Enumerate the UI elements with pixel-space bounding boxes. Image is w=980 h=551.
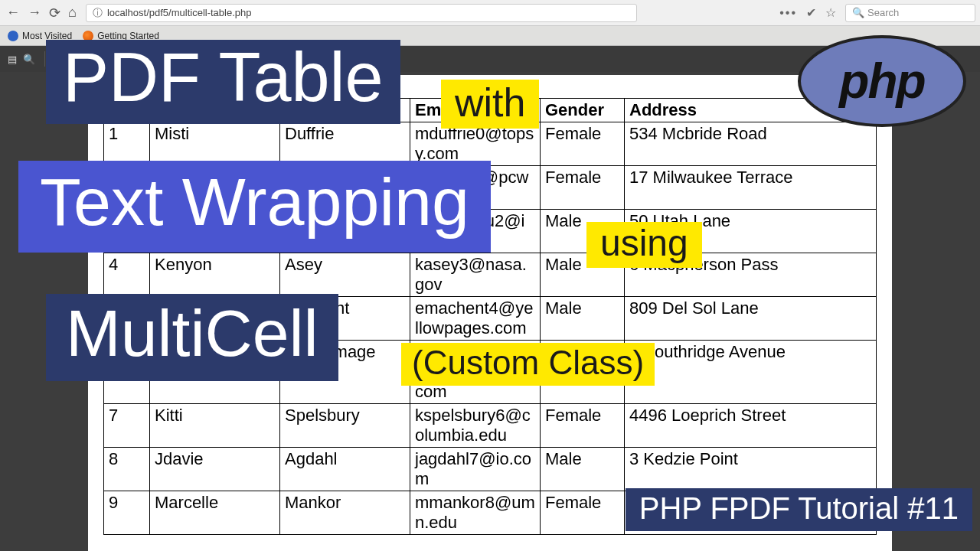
cell-gender: Female (541, 166, 625, 210)
cell-last: Agdahl (280, 448, 410, 491)
cell-address: 3 Kedzie Point (625, 448, 877, 491)
find-icon[interactable]: 🔍 (23, 54, 35, 65)
url-text: localhost/pdf5/multicell-table.php (107, 7, 252, 18)
sidebar-toggle-icon[interactable]: ▤ (8, 54, 17, 65)
cell-last: Asey (280, 253, 410, 297)
table-row: 4KenyonAseykasey3@nasa.govMale6 Macphers… (104, 253, 877, 297)
php-logo: php (798, 35, 966, 127)
cell-gender: Female (541, 404, 625, 448)
cell-id: 1 (104, 122, 150, 166)
table-row: 8JdavieAgdahljagdahl7@io.comMale3 Kedzie… (104, 448, 877, 491)
cell-last: Mankor (280, 491, 410, 535)
overlay-with: with (441, 80, 539, 129)
search-icon: 🔍 (852, 7, 864, 18)
toolbar-right: ••• ✔ ☆ 🔍 Search (779, 4, 975, 22)
table-row: 7KittiSpelsburykspelsbury6@columbia.eduF… (104, 404, 877, 448)
info-icon[interactable]: ⓘ (93, 6, 103, 20)
cell-gender: Male (541, 297, 625, 341)
cell-first: Marcelle (150, 491, 280, 535)
reader-icon[interactable]: ✔ (806, 5, 816, 20)
cell-first: Kitti (150, 404, 280, 448)
cell-email: kspelsbury6@columbia.edu (410, 404, 541, 448)
cell-address: 4496 Loeprich Street (625, 404, 877, 448)
cell-address: 534 Mcbride Road (625, 122, 877, 166)
more-icon[interactable]: ••• (779, 6, 797, 20)
header-gender: Gender (541, 99, 625, 122)
cell-email: kasey3@nasa.gov (410, 253, 541, 297)
forward-icon[interactable]: → (28, 5, 41, 21)
cell-first: Jdavie (150, 448, 280, 491)
cell-first: Kenyon (150, 253, 280, 297)
php-logo-text: php (839, 53, 924, 109)
nav-buttons: ← → ⟳ ⌂ (5, 5, 77, 21)
cell-email: emachent4@yellowpages.com (410, 297, 541, 341)
overlay-title-3: MultiCell (46, 294, 338, 381)
overlay-using: using (586, 222, 702, 268)
bookmark-star-icon[interactable]: ☆ (825, 5, 836, 20)
browser-toolbar: ← → ⟳ ⌂ ⓘ localhost/pdf5/multicell-table… (0, 0, 980, 26)
cell-gender: Female (541, 122, 625, 166)
overlay-credit: PHP FPDF Tutorial #11 (626, 488, 972, 531)
back-icon[interactable]: ← (6, 5, 20, 21)
cell-id: 9 (104, 491, 150, 535)
cell-first: Misti (150, 122, 280, 166)
cell-last: Spelsbury (280, 404, 410, 448)
cell-email: mmankor8@umn.edu (410, 491, 541, 535)
reload-icon[interactable]: ⟳ (49, 5, 60, 21)
overlay-custom: (Custom Class) (401, 343, 655, 386)
cell-id: 8 (104, 448, 150, 491)
cell-id: 4 (104, 253, 150, 297)
cell-gender: Male (541, 448, 625, 491)
overlay-title-2: Text Wrapping (18, 161, 491, 253)
home-icon[interactable]: ⌂ (68, 5, 77, 21)
cell-last: Duffrie (280, 122, 410, 166)
table-row: 1MistiDuffriemduffrie0@topsy.comFemale53… (104, 122, 877, 166)
cell-gender: Female (541, 491, 625, 535)
favicon-icon (8, 31, 18, 41)
separator (44, 51, 45, 67)
cell-email: jagdahl7@io.com (410, 448, 541, 491)
address-bar[interactable]: ⓘ localhost/pdf5/multicell-table.php (86, 4, 637, 22)
cell-address: 17 Milwaukee Terrace (625, 166, 877, 210)
cell-email: mduffrie0@topsy.com (410, 122, 541, 166)
search-placeholder: Search (867, 7, 899, 18)
search-box[interactable]: 🔍 Search (845, 4, 975, 22)
cell-address: 809 Del Sol Lane (625, 297, 877, 341)
cell-address: 2 Southridge Avenue (625, 341, 877, 404)
overlay-title-1: PDF Table (46, 40, 400, 124)
cell-id: 7 (104, 404, 150, 448)
